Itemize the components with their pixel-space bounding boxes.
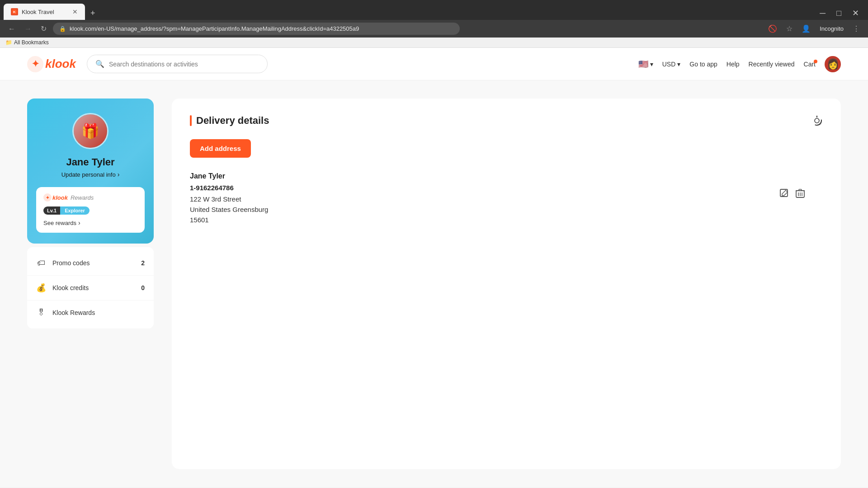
- back-button[interactable]: ←: [5, 23, 18, 35]
- level-badge: Lv.1 Explorer: [43, 206, 90, 215]
- section-title: Delivery details: [190, 115, 823, 127]
- all-bookmarks-folder[interactable]: 📁 All Bookmarks: [5, 39, 49, 46]
- tab-title: Klook Travel: [22, 9, 69, 15]
- sidebar-item-klook-rewards[interactable]: 🎖 Klook Rewards: [27, 300, 154, 325]
- new-tab-button[interactable]: +: [87, 7, 99, 20]
- address-zip: 15601: [190, 216, 823, 224]
- address-actions: [779, 188, 805, 201]
- edit-address-button[interactable]: [779, 188, 789, 201]
- browser-toolbar: ← → ↻ 🔒 klook.com/en-US/manage_address/?…: [0, 20, 868, 38]
- sidebar-menu: 🏷 Promo codes 2 💰 Klook credits 0 🎖 Kloo…: [27, 247, 154, 328]
- credits-label: Klook credits: [52, 284, 135, 291]
- update-label: Update personal info: [61, 171, 116, 178]
- spinner-icon[interactable]: [811, 115, 823, 129]
- promo-count: 2: [141, 259, 145, 267]
- sidebar-item-promo-codes[interactable]: 🏷 Promo codes 2: [27, 251, 154, 276]
- header-right: 🇺🇸 ▾ USD ▾ Go to app Help Recently viewe…: [638, 56, 841, 72]
- url-text: klook.com/en-US/manage_address/?spm=Mana…: [70, 25, 453, 32]
- klook-logo[interactable]: ✦ klook: [27, 56, 76, 72]
- incognito-label: Incognito: [817, 23, 846, 34]
- cart-button[interactable]: Cart: [804, 61, 816, 68]
- svg-text:K: K: [13, 10, 16, 14]
- search-icon: 🔍: [95, 60, 104, 68]
- profile-name: Jane Tyler: [36, 156, 145, 168]
- title-accent-bar: [190, 115, 192, 126]
- profile-card: 🎁 Jane Tyler Update personal info › ✦ kl…: [27, 99, 154, 244]
- currency-label: USD: [662, 61, 676, 68]
- svg-text:✦: ✦: [46, 195, 50, 200]
- maximize-button[interactable]: □: [831, 6, 847, 20]
- promo-label: Promo codes: [52, 259, 135, 267]
- rewards-text: Rewards: [71, 194, 94, 201]
- add-address-button[interactable]: Add address: [190, 139, 251, 158]
- rewards-menu-label: Klook Rewards: [52, 309, 145, 316]
- address-name: Jane Tyler: [190, 172, 823, 180]
- address-card: Jane Tyler 1-9162264786 122 W 3rd Street…: [190, 170, 823, 225]
- profile-icon[interactable]: 👤: [799, 23, 813, 35]
- active-tab[interactable]: K Klook Travel ✕: [4, 4, 85, 20]
- forward-button[interactable]: →: [22, 23, 34, 35]
- eyeoff-icon[interactable]: 🚫: [765, 23, 780, 35]
- tab-favicon: K: [11, 8, 18, 15]
- recently-viewed-link[interactable]: Recently viewed: [749, 61, 795, 68]
- svg-text:✦: ✦: [32, 59, 39, 69]
- browser-chrome: K Klook Travel ✕ + ─ □ ✕ ← → ↻ 🔒 klook.c…: [0, 0, 868, 48]
- go-to-app-link[interactable]: Go to app: [689, 61, 717, 68]
- delivery-details-panel: Delivery details Add address Jane Tyler …: [172, 99, 841, 469]
- chevron-right-icon: ›: [118, 171, 120, 178]
- avatar-image: 👩: [827, 58, 839, 70]
- help-link[interactable]: Help: [726, 61, 740, 68]
- site-header: ✦ klook 🔍 🇺🇸 ▾ USD ▾ Go to app Help Rece…: [0, 48, 868, 80]
- currency-selector[interactable]: USD ▾: [662, 61, 681, 68]
- rewards-klook-text: klook: [52, 194, 68, 201]
- avatar-placeholder: 🎁: [74, 114, 107, 148]
- logo-text: klook: [45, 57, 76, 71]
- main-content: 🎁 Jane Tyler Update personal info › ✦ kl…: [0, 80, 868, 487]
- bookmarks-bar: 📁 All Bookmarks: [0, 38, 868, 48]
- cart-badge: [814, 60, 817, 63]
- user-avatar[interactable]: 👩: [825, 56, 841, 72]
- lock-icon: 🔒: [59, 26, 66, 32]
- svg-point-9: [819, 122, 821, 125]
- browser-tabs: K Klook Travel ✕ + ─ □ ✕: [0, 4, 868, 20]
- window-controls: ─ □ ✕: [814, 6, 864, 20]
- folder-icon: 📁: [5, 39, 12, 46]
- address-info: Jane Tyler 1-9162264786 122 W 3rd Street…: [190, 170, 823, 225]
- page-body: ✦ klook 🔍 🇺🇸 ▾ USD ▾ Go to app Help Rece…: [0, 48, 868, 487]
- minimize-button[interactable]: ─: [814, 6, 831, 20]
- level-number: Lv.1: [43, 206, 60, 215]
- rewards-chevron-icon: ›: [78, 219, 80, 226]
- menu-icon[interactable]: ⋮: [850, 23, 863, 35]
- svg-point-7: [815, 118, 819, 123]
- folder-label: All Bookmarks: [14, 39, 49, 46]
- credits-icon: 💰: [36, 283, 46, 293]
- address-bar[interactable]: 🔒 klook.com/en-US/manage_address/?spm=Ma…: [53, 23, 460, 35]
- see-rewards-label: See rewards: [43, 220, 76, 226]
- see-rewards-link[interactable]: See rewards ›: [43, 219, 137, 226]
- section-title-text: Delivery details: [196, 115, 269, 127]
- language-selector[interactable]: 🇺🇸 ▾: [638, 59, 653, 69]
- profile-avatar: 🎁: [72, 113, 108, 149]
- search-input[interactable]: [109, 61, 259, 68]
- level-title: Explorer: [60, 206, 90, 215]
- promo-icon: 🏷: [36, 258, 46, 268]
- search-bar[interactable]: 🔍: [87, 55, 268, 73]
- credits-count: 0: [141, 284, 145, 291]
- reload-button[interactable]: ↻: [38, 23, 49, 35]
- chevron-down-icon: ▾: [650, 61, 653, 68]
- delete-address-button[interactable]: [796, 188, 805, 201]
- rewards-box: ✦ klook Rewards Lv.1 Explorer See reward…: [36, 187, 145, 233]
- address-phone: 1-9162264786: [190, 184, 823, 192]
- address-city: United States Greensburg: [190, 206, 823, 213]
- update-personal-info-link[interactable]: Update personal info ›: [36, 171, 145, 178]
- close-button[interactable]: ✕: [847, 6, 864, 20]
- rewards-logo: ✦ klook Rewards: [43, 193, 137, 202]
- currency-chevron-icon: ▾: [677, 61, 680, 68]
- flag-icon: 🇺🇸: [638, 59, 648, 69]
- rewards-icon: 🎖: [36, 308, 46, 318]
- tab-close-button[interactable]: ✕: [72, 8, 78, 15]
- bookmark-icon[interactable]: ☆: [783, 23, 795, 35]
- address-street: 122 W 3rd Street: [190, 195, 823, 203]
- sidebar: 🎁 Jane Tyler Update personal info › ✦ kl…: [27, 99, 154, 469]
- sidebar-item-klook-credits[interactable]: 💰 Klook credits 0: [27, 276, 154, 300]
